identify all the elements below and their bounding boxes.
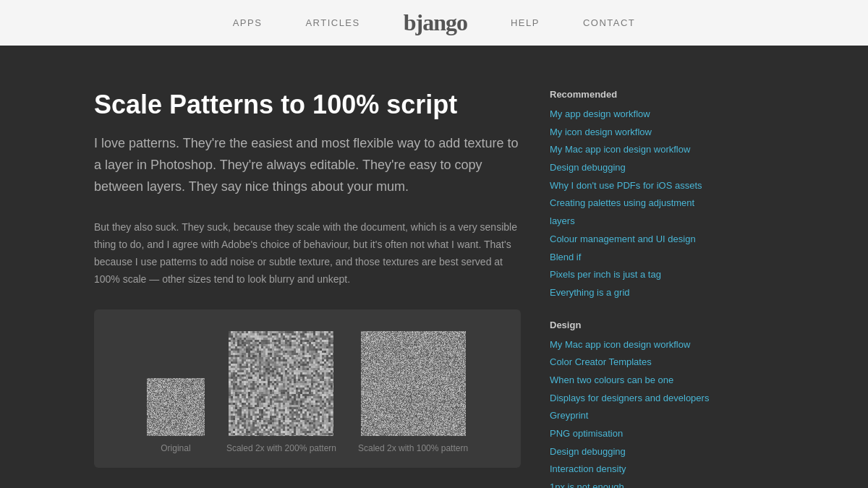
nav: APPS ARTICLES bjango HELP CONTACT xyxy=(233,9,636,36)
sidebar-heading-0: Recommended xyxy=(550,89,716,100)
sidebar-section-1: DesignMy Mac app icon design workflowCol… xyxy=(550,320,716,488)
original-image-wrap: Original xyxy=(147,378,205,453)
sidebar-link-0-4[interactable]: Why I don't use PDFs for iOS assets xyxy=(550,177,716,195)
sidebar-link-0-8[interactable]: Pixels per inch is just a tag xyxy=(550,266,716,284)
sidebar-heading-1: Design xyxy=(550,320,716,330)
sidebar-link-1-5[interactable]: PNG optimisation xyxy=(550,425,716,443)
nav-articles[interactable]: ARTICLES xyxy=(305,17,359,28)
image-comparison-box: Original Scaled 2x with 200% pattern Sca… xyxy=(94,309,521,468)
main-container: Scale Patterns to 100% script I love pat… xyxy=(36,46,832,488)
nav-help[interactable]: HELP xyxy=(511,17,540,28)
scaled-100-canvas xyxy=(361,331,466,436)
original-canvas xyxy=(147,378,205,436)
sidebar-link-1-1[interactable]: Color Creator Templates xyxy=(550,354,716,372)
intro-paragraph: I love patterns. They're the easiest and… xyxy=(94,133,521,197)
page-title: Scale Patterns to 100% script xyxy=(94,89,521,120)
sidebar: RecommendedMy app design workflowMy icon… xyxy=(550,89,716,488)
sidebar-link-1-0[interactable]: My Mac app icon design workflow xyxy=(550,336,716,354)
sidebar-link-0-7[interactable]: Blend if xyxy=(550,249,716,267)
nav-apps[interactable]: APPS xyxy=(233,17,263,28)
nav-contact[interactable]: CONTACT xyxy=(583,17,635,28)
scaled-200-canvas xyxy=(229,331,333,436)
sidebar-link-0-6[interactable]: Colour management and UI design xyxy=(550,231,716,249)
scaled-200-label: Scaled 2x with 200% pattern xyxy=(226,443,336,453)
content-area: Scale Patterns to 100% script I love pat… xyxy=(94,89,521,488)
scaled-100-label: Scaled 2x with 100% pattern xyxy=(358,443,468,453)
sidebar-link-0-3[interactable]: Design debugging xyxy=(550,159,716,177)
sidebar-link-0-0[interactable]: My app design workflow xyxy=(550,106,716,124)
sidebar-link-1-8[interactable]: 1px is not enough xyxy=(550,479,716,488)
logo[interactable]: bjango xyxy=(404,9,467,36)
sidebar-link-0-5[interactable]: Creating palettes using adjustment layer… xyxy=(550,194,716,230)
scaled-200-image-wrap: Scaled 2x with 200% pattern xyxy=(226,331,336,453)
body-paragraph: But they also suck. They suck, because t… xyxy=(94,219,521,288)
sidebar-link-1-7[interactable]: Interaction density xyxy=(550,461,716,479)
sidebar-link-1-4[interactable]: Greyprint xyxy=(550,407,716,425)
sidebar-link-0-1[interactable]: My icon design workflow xyxy=(550,124,716,142)
sidebar-link-1-6[interactable]: Design debugging xyxy=(550,443,716,461)
sidebar-link-1-2[interactable]: When two colours can be one xyxy=(550,372,716,390)
header: APPS ARTICLES bjango HELP CONTACT xyxy=(0,0,868,46)
original-label: Original xyxy=(161,443,190,453)
sidebar-section-0: RecommendedMy app design workflowMy icon… xyxy=(550,89,716,302)
sidebar-link-0-9[interactable]: Everything is a grid xyxy=(550,284,716,302)
sidebar-link-1-3[interactable]: Displays for designers and developers xyxy=(550,390,716,408)
scaled-100-image-wrap: Scaled 2x with 100% pattern xyxy=(358,331,468,453)
sidebar-link-0-2[interactable]: My Mac app icon design workflow xyxy=(550,141,716,159)
